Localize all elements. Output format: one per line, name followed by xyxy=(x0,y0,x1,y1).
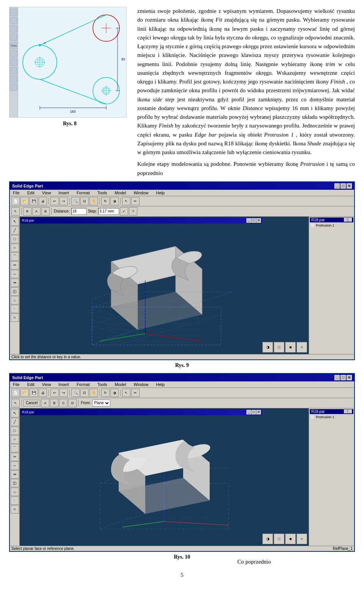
icon-shade-10[interactable]: ◑ xyxy=(262,534,273,544)
tb-new-10[interactable]: 📄 xyxy=(11,389,20,397)
maximize-btn-9[interactable]: □ xyxy=(340,183,346,189)
tb-print-9[interactable]: 🖨 xyxy=(39,197,47,205)
panel-close-10[interactable]: ✕ xyxy=(348,409,352,413)
main-viewport-9[interactable]: R18.par _ □ ✕ xyxy=(20,217,309,354)
tb2-a-10[interactable]: A xyxy=(41,399,49,407)
tb-select-10[interactable]: ↖ xyxy=(122,389,130,397)
tb-pan-9[interactable]: ✋ xyxy=(89,197,98,205)
tb-fit-10[interactable]: ⊡ xyxy=(80,389,89,397)
tb2-c-10[interactable]: C xyxy=(59,399,67,407)
lt-fillet-9[interactable]: ⌓ xyxy=(11,296,19,304)
lt-fillet-10[interactable]: ⌓ xyxy=(11,488,19,496)
lt-line-10[interactable]: ╱ xyxy=(11,418,19,426)
minimize-btn-9[interactable]: _ xyxy=(334,183,340,189)
tb2-ok-9[interactable]: ✓ xyxy=(120,207,128,216)
menu-help-9[interactable]: Help xyxy=(155,190,166,195)
menu-model-9[interactable]: Model xyxy=(113,190,127,195)
panel-min-9[interactable]: _ xyxy=(344,218,348,222)
tb-new-9[interactable]: 📄 xyxy=(11,197,20,205)
tb-redo-9[interactable]: ↪ xyxy=(60,197,68,205)
lt-circle-10[interactable]: ○ xyxy=(11,435,19,444)
lt-circle-9[interactable]: ○ xyxy=(11,244,19,252)
maximize-btn-10[interactable]: □ xyxy=(340,375,346,380)
menu-file-9[interactable]: File xyxy=(11,190,21,195)
tb-fit-9[interactable]: ⊡ xyxy=(80,197,89,205)
tb2-r-9[interactable]: R xyxy=(23,207,31,216)
main-viewport-10[interactable]: R18.par _ □ ✕ xyxy=(20,408,309,546)
lt-arrow-9[interactable]: ↖ xyxy=(11,217,19,226)
tb2-select-9[interactable]: ↖ xyxy=(11,207,20,216)
tb-open-9[interactable]: 📂 xyxy=(20,197,29,205)
panel-close-9[interactable]: ✕ xyxy=(348,218,352,222)
tb-open-10[interactable]: 📂 xyxy=(20,389,29,397)
toolbar-dist-input-9[interactable] xyxy=(71,208,86,215)
lt-rect-9[interactable]: □ xyxy=(11,235,19,243)
tb-shade-10[interactable]: ◑ xyxy=(110,389,119,397)
tb2-b-10[interactable]: B xyxy=(50,399,58,407)
menu-view-10[interactable]: View xyxy=(41,382,53,387)
menu-insert-9[interactable]: Insert xyxy=(57,190,71,195)
inner-x-10[interactable]: ✕ xyxy=(256,410,261,414)
lt-arc-9[interactable]: ⌒ xyxy=(11,252,19,261)
menu-window-10[interactable]: Window xyxy=(132,382,150,387)
tb-zoom-9[interactable]: 🔍 xyxy=(71,197,80,205)
close-btn-10[interactable]: ✕ xyxy=(347,375,352,380)
tb-redo-10[interactable]: ↪ xyxy=(60,389,68,397)
lt-dim-9[interactable]: ↔ xyxy=(11,270,19,278)
tb2-b-9[interactable]: B xyxy=(41,207,50,216)
toolbar-from-select-10[interactable]: Plane xyxy=(92,400,110,406)
tb-save-10[interactable]: 💾 xyxy=(30,389,38,397)
lt-extra-9[interactable]: ≡ xyxy=(11,313,19,322)
tb2-d-10[interactable]: D xyxy=(68,399,77,407)
inner-min-9[interactable]: _ xyxy=(246,218,251,223)
tb-undo-9[interactable]: ↩ xyxy=(50,197,59,205)
tb-select-9[interactable]: ↖ xyxy=(122,197,130,205)
lt-trim-9[interactable]: ✂ xyxy=(11,261,19,269)
icon-wire-10[interactable]: □ xyxy=(274,534,284,544)
menu-help-10[interactable]: Help xyxy=(155,382,166,387)
lt-extra-10[interactable]: ≡ xyxy=(11,505,19,513)
menu-file-10[interactable]: File xyxy=(11,382,21,387)
tb-shade-9[interactable]: ◑ xyxy=(110,197,119,205)
lt-arrow-10[interactable]: ↖ xyxy=(11,409,19,417)
lt-dim-10[interactable]: ↔ xyxy=(11,461,19,470)
menu-insert-10[interactable]: Insert xyxy=(57,382,71,387)
icon-solid-9[interactable]: ■ xyxy=(285,342,296,353)
inner-min-10[interactable]: _ xyxy=(246,410,251,414)
tb2-select-10[interactable]: ↖ xyxy=(11,399,20,407)
icon-wire-9[interactable]: □ xyxy=(274,342,284,353)
lt-line-9[interactable]: ╱ xyxy=(11,226,19,235)
cancel-btn-10[interactable]: Cancel xyxy=(23,400,40,406)
inner-max-10[interactable]: □ xyxy=(251,410,256,414)
tb-print-10[interactable]: 🖨 xyxy=(39,389,47,397)
tb-save-9[interactable]: 💾 xyxy=(30,197,38,205)
lt-arc-10[interactable]: ⌒ xyxy=(11,444,19,452)
icon-solid-10[interactable]: ■ xyxy=(285,534,296,544)
menu-view-9[interactable]: View xyxy=(41,190,53,195)
tb2-a-9[interactable]: A xyxy=(32,207,41,216)
menu-model-10[interactable]: Model xyxy=(113,382,127,387)
tb-zoom-10[interactable]: 🔍 xyxy=(71,389,80,397)
icon-extra-9[interactable]: ≡ xyxy=(297,342,307,353)
lt-rect-10[interactable]: □ xyxy=(11,427,19,435)
lt-mirror-10[interactable]: ⇔ xyxy=(11,470,19,479)
tb-sketch-10[interactable]: ✏ xyxy=(131,389,140,397)
menu-tools-10[interactable]: Tools xyxy=(96,382,109,387)
menu-tools-9[interactable]: Tools xyxy=(96,190,109,195)
inner-x-9[interactable]: ✕ xyxy=(256,218,261,223)
close-btn-9[interactable]: ✕ xyxy=(347,183,352,189)
icon-extra-10[interactable]: ≡ xyxy=(297,534,307,544)
inner-max-9[interactable]: □ xyxy=(251,218,256,223)
menu-format-10[interactable]: Format xyxy=(75,382,91,387)
toolbar-step-input-9[interactable] xyxy=(98,208,119,215)
tb-rotate-9[interactable]: ↻ xyxy=(101,197,110,205)
icon-shade-9[interactable]: ◑ xyxy=(262,342,273,353)
tb-sketch-9[interactable]: ✏ xyxy=(131,197,140,205)
lt-pt-10[interactable]: · xyxy=(11,496,19,505)
menu-window-9[interactable]: Window xyxy=(132,190,150,195)
minimize-btn-10[interactable]: _ xyxy=(334,375,340,380)
tb2-help-9[interactable]: ? xyxy=(129,207,137,216)
tb-rotate-10[interactable]: ↻ xyxy=(101,389,110,397)
tb-undo-10[interactable]: ↩ xyxy=(50,389,59,397)
menu-format-9[interactable]: Format xyxy=(75,190,91,195)
